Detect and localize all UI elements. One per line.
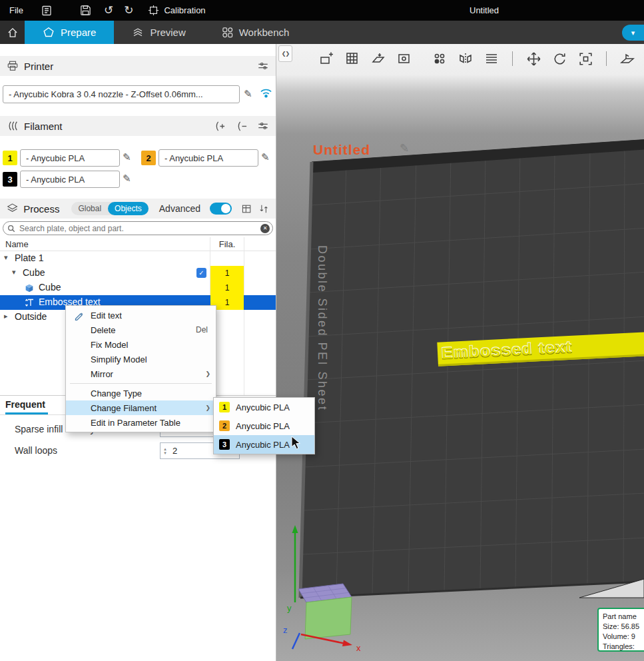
nav-collapse-button[interactable] <box>622 25 644 41</box>
cube-object[interactable] <box>298 584 352 639</box>
axis-x-label: x <box>356 643 361 653</box>
process-scope-toggle: Global Objects <box>71 202 148 215</box>
filament-3-badge[interactable]: 3 <box>3 172 17 187</box>
tree-row-plate[interactable]: Plate 1 <box>0 251 276 266</box>
fila-cell[interactable]: 1 <box>210 281 244 295</box>
tab-workbench-label: Workbench <box>239 27 290 38</box>
mirror-parts-icon[interactable] <box>457 50 474 67</box>
scale-icon[interactable] <box>577 50 594 67</box>
chevron-right-icon[interactable] <box>4 312 8 321</box>
tab-workbench[interactable]: Workbench <box>204 21 308 44</box>
search-input[interactable] <box>19 224 260 233</box>
move-icon[interactable] <box>525 50 542 67</box>
tree-row-cube-part[interactable]: Cube 1 <box>0 281 276 295</box>
submenu-item-label: Anycubic PLA <box>236 402 290 412</box>
spinner-buttons[interactable] <box>161 447 170 455</box>
scope-global-button[interactable]: Global <box>71 202 108 215</box>
add-filament-icon[interactable] <box>213 120 226 133</box>
calibration-label[interactable]: Calibration <box>164 5 205 15</box>
auto-orient-icon[interactable] <box>370 50 387 67</box>
scope-objects-button[interactable]: Objects <box>108 202 149 215</box>
save-icon[interactable] <box>79 4 92 17</box>
tab-prepare[interactable]: Prepare <box>25 21 114 44</box>
filament-2-select[interactable]: - Anycubic PLA <box>159 149 258 167</box>
wall-loops-input[interactable] <box>170 446 210 456</box>
menu-item-change-filament[interactable]: Change Filament <box>66 400 216 415</box>
remove-filament-icon[interactable] <box>235 120 248 133</box>
filament-1-badge[interactable]: 1 <box>3 151 17 165</box>
document-title: Untitled <box>470 5 499 15</box>
filament-3-edit-icon[interactable] <box>123 173 131 185</box>
fila-cell[interactable]: 1 <box>210 266 244 281</box>
context-menu: Edit text Delete Del Fix Model Simplify … <box>65 305 216 432</box>
calibration-icon[interactable] <box>148 5 159 16</box>
chevron-down-icon[interactable] <box>12 268 16 277</box>
rotate-icon[interactable] <box>551 50 568 67</box>
printer-settings-icon[interactable] <box>257 60 269 72</box>
search-bar <box>3 221 273 235</box>
filament-1-badge: 1 <box>219 402 230 412</box>
notes-icon[interactable] <box>41 5 53 17</box>
embossed-text-icon <box>24 297 35 308</box>
menu-item-delete[interactable]: Delete Del <box>66 323 216 337</box>
menu-item-change-type[interactable]: Change Type <box>66 386 216 400</box>
tab-frequent[interactable]: Frequent <box>5 398 48 414</box>
filament-1-name: - Anycubic PLA <box>26 153 85 163</box>
filament-section-header: Filament <box>0 116 276 136</box>
variable-layer-icon[interactable] <box>483 50 500 67</box>
arrange-icon[interactable] <box>344 50 361 67</box>
app-window: File Calibration Untitled <box>0 0 644 661</box>
undo-icon[interactable] <box>104 5 113 16</box>
filament-2-edit-icon[interactable] <box>261 151 270 163</box>
printer-edit-icon[interactable] <box>244 88 252 100</box>
filament-settings-icon[interactable] <box>257 120 269 132</box>
menu-item-label: Change Type <box>91 388 142 398</box>
filament-1-select[interactable]: - Anycubic PLA <box>20 149 120 167</box>
plate-title-edit-icon[interactable] <box>400 141 409 155</box>
clone-icon[interactable] <box>431 50 448 67</box>
wall-loops-label: Wall loops <box>15 445 57 456</box>
file-menu[interactable]: File <box>9 5 23 15</box>
object-checkbox[interactable] <box>196 268 206 278</box>
printer-section-header: Printer <box>0 56 276 76</box>
lay-flat-icon[interactable] <box>619 50 636 67</box>
viewport-3d[interactable]: y z x <box>276 44 644 661</box>
filament-3-name: - Anycubic PLA <box>26 175 85 185</box>
filament-3-select[interactable]: - Anycubic PLA <box>20 171 120 188</box>
title-bar: File Calibration Untitled <box>0 0 644 21</box>
filament-2-badge[interactable]: 2 <box>141 151 156 165</box>
printer-select[interactable]: - Anycubic Kobra 3 0.4 nozzle - Z-Offset… <box>3 85 240 103</box>
menu-item-mirror[interactable]: Mirror <box>66 366 216 381</box>
print-bed[interactable] <box>300 139 644 598</box>
advanced-toggle[interactable] <box>210 203 231 215</box>
add-plate-icon[interactable] <box>318 50 335 67</box>
part-info-box: Part name Size: 56.85 Volume: 9 Triangle… <box>597 608 644 652</box>
menu-item-edit-parameter-table[interactable]: Edit in Parameter Table <box>66 415 216 430</box>
spin-down-icon[interactable] <box>164 451 166 455</box>
preview-icon <box>132 27 144 39</box>
menu-item-edit-text[interactable]: Edit text <box>66 308 216 323</box>
tree-row-cube-group[interactable]: Cube 1 <box>0 266 276 281</box>
search-clear-icon[interactable] <box>260 224 270 233</box>
tab-preview-label: Preview <box>150 27 185 38</box>
submenu-filament-1[interactable]: 1 Anycubic PLA <box>214 398 314 416</box>
info-size: Size: 56.85 <box>603 622 644 632</box>
home-icon <box>7 27 19 39</box>
process-section-header: Process Global Objects Advanced <box>0 199 276 219</box>
panel-expand-button[interactable] <box>278 45 292 62</box>
home-button[interactable] <box>0 21 25 44</box>
menu-item-fix-model[interactable]: Fix Model <box>66 337 216 352</box>
menu-item-simplify-model[interactable]: Simplify Model <box>66 352 216 366</box>
menu-item-label: Delete <box>91 325 116 335</box>
tree-row-label: Cube <box>23 267 45 278</box>
chevron-down-icon[interactable] <box>4 253 8 262</box>
redo-icon[interactable] <box>124 5 133 16</box>
compare-process-icon[interactable] <box>258 203 269 215</box>
menu-item-label: Edit in Parameter Table <box>91 418 180 428</box>
printer-wifi-icon[interactable] <box>259 85 273 99</box>
filament-1-edit-icon[interactable] <box>123 151 131 163</box>
parameter-table-icon[interactable] <box>241 203 252 215</box>
tab-preview[interactable]: Preview <box>114 21 203 44</box>
submenu-filament-2[interactable]: 2 Anycubic PLA <box>214 416 314 435</box>
snapshot-icon[interactable] <box>396 50 413 67</box>
